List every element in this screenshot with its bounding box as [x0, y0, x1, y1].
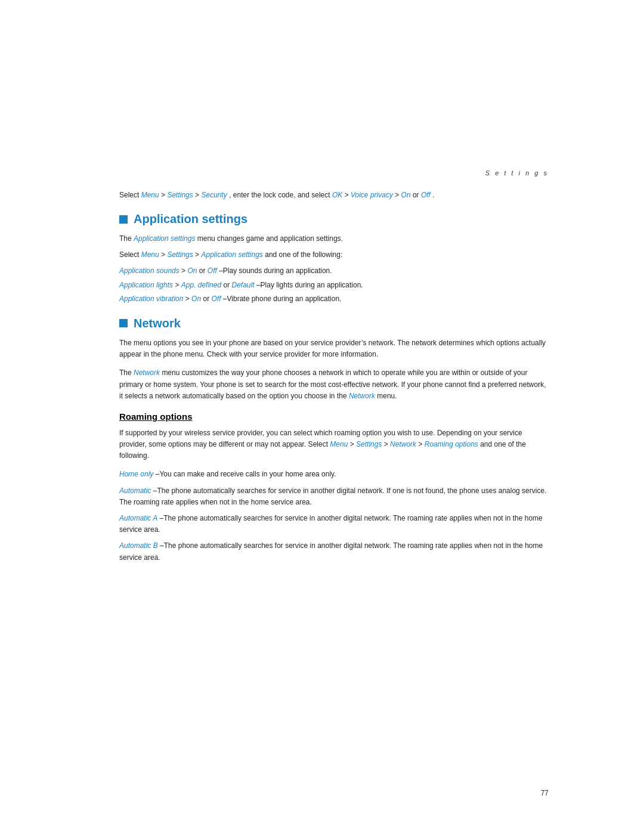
- roaming-home-link[interactable]: Home only: [119, 470, 153, 478]
- app-lights-default-link[interactable]: Default: [232, 281, 255, 289]
- app-select-sep2: >: [195, 250, 201, 259]
- app-select-menu-link[interactable]: Menu: [141, 250, 159, 259]
- intro-menu-link[interactable]: Menu: [141, 191, 159, 199]
- network-heading: Network: [119, 317, 549, 330]
- roaming-automaticb-end: –The phone automatically searches for se…: [119, 541, 543, 561]
- roaming-network-link[interactable]: Network: [390, 440, 416, 448]
- app-vibration-or: or: [203, 295, 211, 303]
- roaming-automatica-end: –The phone automatically searches for se…: [119, 514, 543, 534]
- roaming-automatic-link[interactable]: Automatic: [119, 487, 151, 495]
- app-select-appsettings-link[interactable]: Application settings: [201, 250, 262, 259]
- content-area: Select Menu > Settings > Security , ente…: [0, 190, 644, 563]
- app-sounds-sep: >: [181, 267, 187, 275]
- roaming-sep2: >: [384, 440, 390, 448]
- intro-sep3: >: [345, 191, 351, 199]
- app-select-sep1: >: [161, 250, 167, 259]
- page-number: 77: [541, 789, 549, 797]
- roaming-automatica-item: Automatic A –The phone automatically sea…: [119, 513, 549, 535]
- network-para2-pre: The: [119, 368, 134, 377]
- app-vibration-end: –Vibrate phone during an application.: [223, 295, 342, 303]
- network-para2: The Network menu customizes the way your…: [119, 367, 549, 402]
- roaming-automatica-link[interactable]: Automatic A: [119, 514, 157, 522]
- intro-security-link[interactable]: Security: [201, 191, 227, 199]
- intro-voice-privacy-link[interactable]: Voice privacy: [351, 191, 393, 199]
- intro-paragraph: Select Menu > Settings > Security , ente…: [119, 190, 549, 200]
- network-link1[interactable]: Network: [134, 368, 160, 377]
- app-vibration-item: Application vibration > On or Off –Vibra…: [119, 293, 549, 305]
- roaming-automaticb-link[interactable]: Automatic B: [119, 541, 158, 550]
- intro-sep2: >: [195, 191, 201, 199]
- app-settings-heading: Application settings: [119, 212, 549, 226]
- network-para2-mid: menu customizes the way your phone choos…: [119, 368, 546, 400]
- network-bullet: [119, 319, 128, 327]
- intro-sep1: >: [161, 191, 167, 199]
- intro-period: .: [432, 191, 434, 199]
- app-lights-sep: >: [175, 281, 181, 289]
- roaming-automatic-item: Automatic –The phone automatically searc…: [119, 485, 549, 508]
- roaming-intro: If supported by your wireless service pr…: [119, 428, 549, 462]
- app-settings-desc: The Application settings menu changes ga…: [119, 233, 549, 244]
- app-lights-or: or: [223, 281, 231, 289]
- network-para2-end: menu.: [377, 392, 397, 400]
- intro-or-text: or: [413, 191, 421, 199]
- roaming-automaticb-item: Automatic B –The phone automatically sea…: [119, 540, 549, 563]
- app-select-settings-link[interactable]: Settings: [167, 250, 193, 259]
- roaming-heading: Roaming options: [119, 411, 549, 422]
- app-sounds-link[interactable]: Application sounds: [119, 267, 179, 275]
- app-settings-bullet: [119, 215, 128, 224]
- app-settings-select: Select Menu > Settings > Application set…: [119, 249, 549, 261]
- app-settings-link[interactable]: Application settings: [134, 234, 195, 243]
- page-container: S e t t i n g s Select Menu > Settings >…: [0, 0, 644, 833]
- app-settings-title: Application settings: [134, 212, 247, 226]
- app-lights-end: –Play lights during an application.: [256, 281, 363, 289]
- app-sounds-end: –Play sounds during an application.: [219, 267, 332, 275]
- intro-on-link[interactable]: On: [401, 191, 411, 199]
- app-desc-end: menu changes game and application settin…: [197, 234, 343, 243]
- intro-settings-link[interactable]: Settings: [167, 191, 193, 199]
- roaming-home-end: –You can make and receive calls in your …: [156, 470, 336, 478]
- app-vibration-link[interactable]: Application vibration: [119, 295, 183, 303]
- app-sounds-on-link[interactable]: On: [187, 267, 197, 275]
- roaming-sep1: >: [350, 440, 356, 448]
- roaming-automatic-end: –The phone automatically searches for se…: [119, 487, 546, 506]
- intro-off-link[interactable]: Off: [421, 191, 431, 199]
- app-vibration-on-link[interactable]: On: [191, 295, 201, 303]
- app-lights-appdefined-link[interactable]: App. defined: [181, 281, 221, 289]
- app-select-end: and one of the following:: [265, 250, 342, 259]
- app-lights-item: Application lights > App. defined or Def…: [119, 280, 549, 291]
- intro-mid-text: , enter the lock code, and select: [229, 191, 332, 199]
- page-header-title: S e t t i n g s: [485, 169, 549, 176]
- roaming-settings-link[interactable]: Settings: [356, 440, 382, 448]
- app-sounds-off-link[interactable]: Off: [208, 267, 217, 275]
- header-section: S e t t i n g s: [0, 0, 644, 184]
- roaming-home-item: Home only –You can make and receive call…: [119, 469, 549, 480]
- app-vibration-sep: >: [185, 295, 191, 303]
- app-lights-link[interactable]: Application lights: [119, 281, 173, 289]
- app-desc-pre: The: [119, 234, 134, 243]
- intro-pre-text: Select: [119, 191, 141, 199]
- network-para1: The menu options you see in your phone a…: [119, 337, 549, 360]
- network-title: Network: [134, 317, 181, 330]
- roaming-sep3: >: [418, 440, 424, 448]
- app-select-pre: Select: [119, 250, 141, 259]
- intro-sep4: >: [395, 191, 401, 199]
- intro-ok-link[interactable]: OK: [332, 191, 342, 199]
- roaming-options-link[interactable]: Roaming options: [425, 440, 478, 448]
- app-vibration-off-link[interactable]: Off: [211, 295, 221, 303]
- app-sounds-item: Application sounds > On or Off –Play sou…: [119, 265, 549, 277]
- network-link2[interactable]: Network: [349, 392, 375, 400]
- app-sounds-or: or: [199, 267, 208, 275]
- roaming-menu-link[interactable]: Menu: [330, 440, 348, 448]
